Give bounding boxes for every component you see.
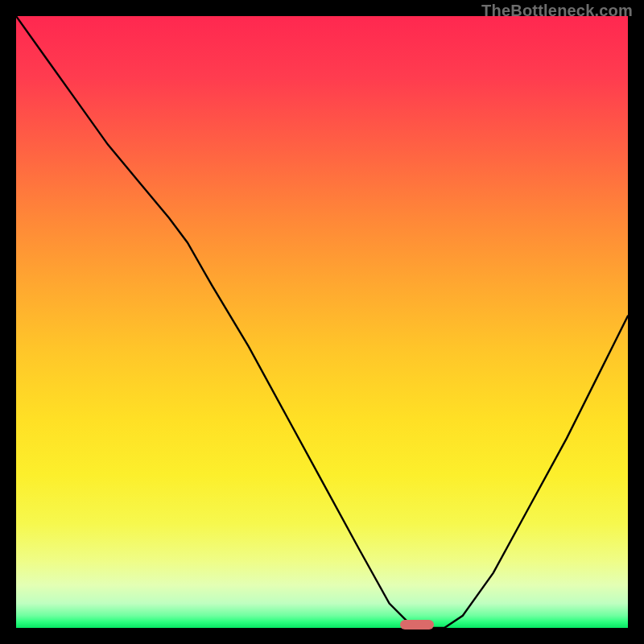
gradient-plot-area [16,16,628,628]
minimum-marker-pill [400,620,434,630]
chart-container: TheBottleneck.com [0,0,644,644]
